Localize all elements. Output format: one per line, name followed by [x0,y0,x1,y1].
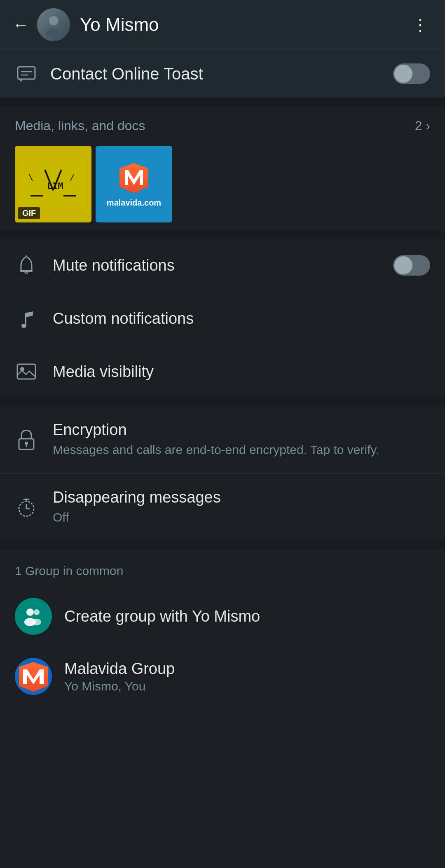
section-divider-4 [0,541,445,549]
malavida-group-item[interactable]: Malavida Group Yo Mismo, You [0,646,445,707]
media-grid: LIM \ / GIF [15,146,430,222]
toggle-knob [394,65,412,83]
svg-point-4 [49,16,58,25]
svg-point-32 [34,609,40,615]
create-group-content: Create group with Yo Mismo [64,608,260,625]
malavida-group-name: Malavida Group [64,660,175,678]
media-thumb-malavida[interactable]: malavida.com [96,146,172,222]
media-thumb-gif[interactable]: LIM \ / GIF [15,146,91,222]
svg-text:LIM: LIM [47,181,63,191]
custom-notifications-label: Custom notifications [53,310,430,328]
svg-marker-17 [119,163,148,193]
gif-badge: GIF [18,207,40,219]
create-group-item[interactable]: Create group with Yo Mismo [0,586,445,646]
contact-online-toast-row: Contact Online Toast [0,49,445,98]
svg-point-3 [45,28,62,37]
encryption-sublabel: Messages and calls are end-to-end encryp… [53,441,430,459]
notifications-section: Mute notifications Custom notifications … [0,239,445,398]
contact-online-toast-toggle[interactable] [393,63,430,84]
media-visibility-content: Media visibility [53,363,430,381]
section-divider-3 [0,398,445,406]
mute-notifications-item[interactable]: Mute notifications [0,239,445,292]
malavida-group-avatar [15,658,52,695]
svg-point-31 [26,608,34,616]
svg-rect-5 [18,67,35,79]
message-icon [15,62,38,85]
malavida-group-content: Malavida Group Yo Mismo, You [64,660,175,693]
media-visibility-item[interactable]: Media visibility [0,345,445,398]
svg-text:\: \ [28,172,33,182]
media-visibility-label: Media visibility [53,363,430,381]
disappearing-sublabel: Off [53,509,430,526]
more-options-icon[interactable]: ⋮ [408,11,433,38]
mute-notifications-toggle[interactable] [393,255,430,276]
media-section: Media, links, and docs 2 › LIM \ / GIF [0,106,445,231]
disappearing-label: Disappearing messages [53,489,430,506]
create-group-label: Create group with Yo Mismo [64,608,260,625]
groups-section: 1 Group in common Create group with Yo M… [0,549,445,707]
avatar[interactable] [37,8,70,41]
media-title: Media, links, and docs [15,118,145,133]
svg-point-24 [25,442,28,445]
section-divider-2 [0,231,445,239]
encryption-item[interactable]: Encryption Messages and calls are end-to… [0,406,445,474]
svg-text:/: / [70,172,75,182]
svg-rect-19 [20,270,33,272]
bell-icon [15,254,38,277]
profile-name: Yo Mismo [80,14,408,35]
mute-toggle-knob [394,256,412,274]
section-divider-1 [0,98,445,106]
mute-notifications-label: Mute notifications [53,257,393,274]
media-count[interactable]: 2 › [415,118,430,133]
image-icon [15,360,38,383]
encryption-content: Encryption Messages and calls are end-to… [53,421,430,459]
header: ← Yo Mismo ⋮ [0,0,445,49]
music-note-icon [15,307,38,330]
malavida-url: malavida.com [107,198,161,208]
disappearing-content: Disappearing messages Off [53,489,430,526]
media-header: Media, links, and docs 2 › [15,118,430,133]
contact-online-toast-label: Contact Online Toast [50,65,393,83]
create-group-avatar [15,598,52,635]
encryption-label: Encryption [53,421,430,439]
custom-notifications-item[interactable]: Custom notifications [0,292,445,345]
timer-icon [15,496,38,519]
malavida-group-members: Yo Mismo, You [64,679,175,693]
security-section: Encryption Messages and calls are end-to… [0,406,445,541]
groups-header: 1 Group in common [0,549,445,586]
lock-icon [15,428,38,452]
mute-notifications-content: Mute notifications [53,257,393,274]
custom-notifications-content: Custom notifications [53,310,430,328]
svg-point-34 [32,619,41,625]
disappearing-messages-item[interactable]: Disappearing messages Off [0,474,445,541]
back-button[interactable]: ← [12,16,29,34]
